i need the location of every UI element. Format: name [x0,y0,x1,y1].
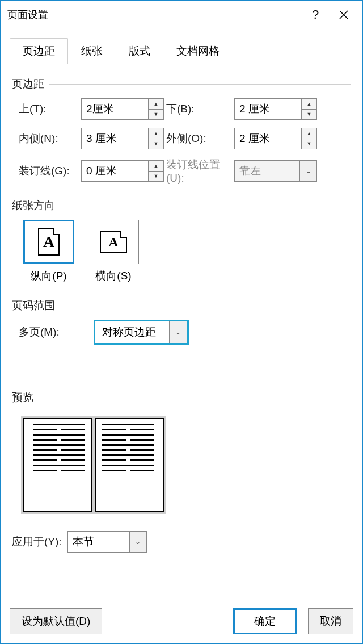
ok-button[interactable]: 确定 [233,608,297,634]
preview-page-left [23,418,92,512]
chevron-down-icon[interactable]: ⌄ [169,321,187,343]
spin-outside-down[interactable]: ▼ [302,139,316,149]
spin-inside[interactable]: ▲▼ [81,128,166,149]
spin-top-down[interactable]: ▼ [149,110,163,120]
label-top: 上(T): [19,102,81,116]
chevron-down-icon[interactable]: ⌄ [129,532,146,552]
spin-gutter[interactable]: ▲▼ [81,160,166,182]
label-multipage: 多页(M): [19,325,60,340]
spin-inside-up[interactable]: ▲ [149,128,163,139]
label-apply: 应用于(Y): [12,534,62,549]
spin-gutter-up[interactable]: ▲ [149,161,163,172]
spin-top[interactable]: ▲▼ [81,98,166,120]
spin-outside-up[interactable]: ▲ [302,128,316,139]
landscape-icon: A [100,231,127,253]
tab-layout[interactable]: 版式 [116,38,163,64]
spin-outside[interactable]: ▲▼ [234,128,319,149]
orientation-portrait-label: 纵向(P) [31,269,66,283]
chevron-down-icon: ⌄ [299,161,316,181]
portrait-icon: A [38,228,60,256]
select-apply[interactable]: 本节 ⌄ [67,531,147,553]
label-gutter: 装订线(G): [19,164,81,178]
combo-multipage-value: 对称页边距 [95,321,169,343]
spin-bottom-down[interactable]: ▼ [302,110,316,120]
input-top[interactable] [81,98,148,120]
section-margins-label: 页边距 [12,77,44,91]
combo-multipage[interactable]: 对称页边距 ⌄ [94,320,189,345]
help-button[interactable]: ? [301,1,330,29]
label-gutter-pos: 装订线位置(U): [166,157,234,185]
input-gutter[interactable] [81,160,148,182]
spin-bottom-up[interactable]: ▲ [302,99,316,110]
spin-inside-down[interactable]: ▼ [149,139,163,149]
select-gutter-pos: 靠左 ⌄ [234,160,317,182]
section-orientation-label: 纸张方向 [12,198,55,213]
close-button[interactable] [330,1,358,29]
tab-paper[interactable]: 纸张 [68,38,116,64]
input-outside[interactable] [234,128,301,149]
input-bottom[interactable] [234,98,301,120]
select-gutter-pos-value: 靠左 [235,161,299,181]
label-outside: 外侧(O): [166,131,234,146]
title-bar: 页面设置 ? [1,1,362,29]
spin-bottom[interactable]: ▲▼ [234,98,319,120]
tab-grid[interactable]: 文档网格 [163,38,233,64]
preview-page-right [95,418,164,512]
section-range-label: 页码范围 [12,298,55,313]
cancel-button[interactable]: 取消 [308,608,353,634]
window-title: 页面设置 [7,8,301,22]
orientation-portrait[interactable]: A 纵向(P) [23,220,74,283]
orientation-landscape-label: 横向(S) [95,269,131,283]
tab-margins[interactable]: 页边距 [10,38,68,64]
spin-top-up[interactable]: ▲ [149,99,163,110]
orientation-landscape[interactable]: A 横向(S) [88,220,139,283]
preview-box [21,416,166,514]
label-bottom: 下(B): [166,102,234,116]
label-inside: 内侧(N): [19,131,81,146]
section-preview-label: 预览 [12,390,33,405]
tab-strip: 页边距 纸张 版式 文档网格 [10,38,353,64]
select-apply-value: 本节 [68,532,129,552]
input-inside[interactable] [81,128,148,149]
set-default-button[interactable]: 设为默认值(D) [10,608,102,634]
spin-gutter-down[interactable]: ▼ [149,172,163,182]
